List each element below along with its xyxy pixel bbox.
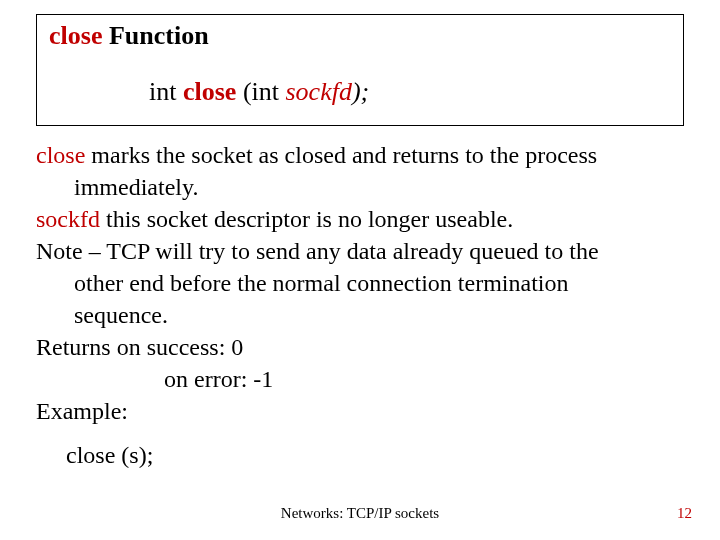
title-keyword: close (49, 21, 102, 50)
title-box: close Function int close (int sockfd); (36, 14, 684, 126)
desc-example-label: Example: (36, 396, 684, 426)
desc-line3c: sequence. (36, 300, 684, 330)
example-code: close (s); (36, 440, 684, 470)
desc-return-success: Returns on success: 0 (36, 332, 684, 362)
desc-line2: sockfd this socket descriptor is no long… (36, 204, 684, 234)
sig-close-paren: ); (352, 77, 369, 106)
sig-func-name: close (183, 77, 236, 106)
desc-sockfd-kw: sockfd (36, 206, 100, 232)
sig-return-type: int (149, 77, 183, 106)
sig-open: (int (236, 77, 285, 106)
desc-close-kw: close (36, 142, 85, 168)
sig-param: sockfd (285, 77, 351, 106)
footer-text: Networks: TCP/IP sockets (0, 505, 720, 522)
desc-line1: close marks the socket as closed and ret… (36, 140, 684, 170)
title-row: close Function (49, 21, 671, 51)
desc-line3b: other end before the normal connection t… (36, 268, 684, 298)
body-text: close marks the socket as closed and ret… (36, 140, 684, 470)
desc-line1-cont: immediately. (36, 172, 684, 202)
signature-row: int close (int sockfd); (49, 77, 671, 107)
desc-line3a: Note – TCP will try to send any data alr… (36, 236, 684, 266)
desc-l1b: marks the socket as closed and returns t… (85, 142, 597, 168)
desc-l2b: this socket descriptor is no longer usea… (100, 206, 513, 232)
title-rest: Function (102, 21, 208, 50)
page-number: 12 (677, 505, 692, 522)
desc-return-error: on error: -1 (36, 364, 684, 394)
slide: close Function int close (int sockfd); c… (0, 0, 720, 540)
